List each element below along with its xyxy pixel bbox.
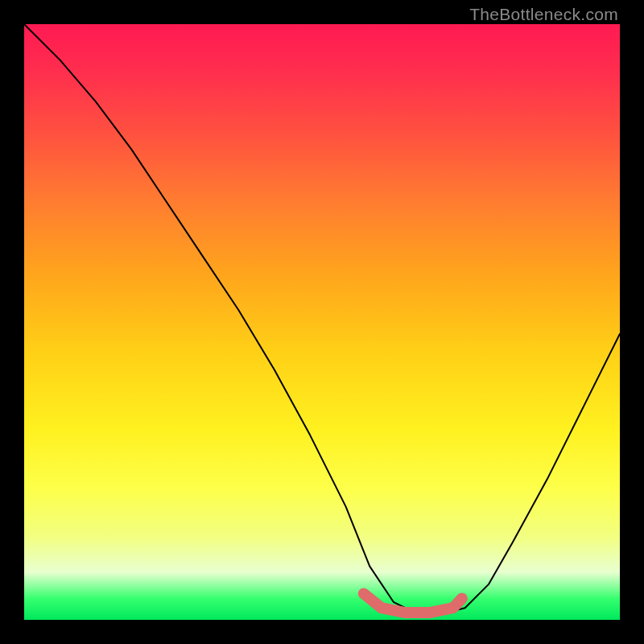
- bottleneck-curve: [24, 24, 620, 614]
- chart-frame: TheBottleneck.com: [0, 0, 644, 644]
- chart-plot-area: [24, 24, 620, 620]
- watermark-text: TheBottleneck.com: [469, 5, 618, 24]
- chart-svg: [24, 24, 620, 620]
- optimal-band-marker: [364, 593, 462, 613]
